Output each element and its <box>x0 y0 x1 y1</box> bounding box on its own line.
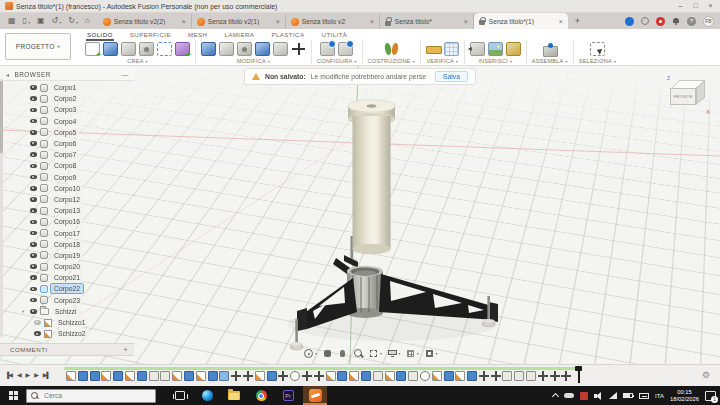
visibility-eye-icon[interactable] <box>30 231 37 236</box>
collapse-panel-icon[interactable]: ◄ <box>5 72 10 78</box>
minimize-panel-icon[interactable]: — <box>122 71 130 78</box>
shell-icon[interactable] <box>237 42 252 56</box>
help-icon[interactable]: ? <box>687 17 696 26</box>
extrude-icon[interactable] <box>103 42 118 56</box>
skip-end-icon[interactable]: ▶▌ <box>43 371 50 378</box>
timeline-feature-doc[interactable] <box>514 371 524 381</box>
ribbon-group-label[interactable]: CONFIGURA▾ <box>317 58 357 64</box>
volume-icon[interactable] <box>594 392 603 399</box>
new-tab-button[interactable]: + <box>575 16 580 26</box>
timeline-feature-move[interactable] <box>561 371 571 381</box>
viewcube-front-face[interactable]: FRONTE <box>670 88 696 105</box>
language-indicator[interactable]: ITA <box>655 393 664 399</box>
view-cube[interactable]: Z FRONTE X <box>667 75 713 119</box>
timeline-feature-sketch[interactable] <box>455 371 465 381</box>
taskbar-app-task-view[interactable] <box>168 386 192 405</box>
save-icon[interactable]: ▣ <box>37 14 45 28</box>
display-settings-icon[interactable]: ▾ <box>387 348 401 359</box>
network-icon[interactable] <box>609 392 617 399</box>
minimize-button[interactable]: – <box>673 0 688 12</box>
start-button[interactable] <box>0 386 26 405</box>
timeline-feature-doc[interactable] <box>373 371 383 381</box>
visibility-eye-icon[interactable] <box>30 264 37 269</box>
browser-item-corpo1[interactable]: Corpo1 <box>0 82 134 93</box>
timeline-feature-move[interactable] <box>302 371 312 381</box>
move-icon[interactable] <box>291 42 306 56</box>
canvas-icon[interactable] <box>488 42 503 56</box>
browser-item-corpo23[interactable]: Corpo23 <box>0 295 134 306</box>
battery-icon[interactable] <box>623 393 633 398</box>
add-comment-button[interactable]: + <box>123 345 134 354</box>
browser-item-corpo16[interactable]: Corpo16 <box>0 216 134 227</box>
visibility-eye-icon[interactable] <box>30 85 37 90</box>
ribbon-group-label[interactable]: CREA▾ <box>127 58 148 64</box>
orbit-icon[interactable]: ▾ <box>303 348 317 359</box>
timeline-feature-sketch[interactable] <box>101 371 111 381</box>
browser-item-corpo22[interactable]: Corpo22 <box>0 283 134 294</box>
timeline-feature-extrude[interactable] <box>137 371 147 381</box>
timeline-feature-extrude[interactable] <box>90 371 100 381</box>
visibility-eye-icon[interactable] <box>30 242 37 247</box>
tab-close-icon[interactable]: × <box>370 18 374 25</box>
timeline-feature-extrude[interactable] <box>113 371 123 381</box>
timeline-feature-doc[interactable] <box>160 371 170 381</box>
insert-mesh-icon[interactable] <box>506 42 521 56</box>
visibility-eye-icon[interactable] <box>30 108 37 113</box>
visibility-eye-icon[interactable] <box>34 331 41 336</box>
browser-item-corpo18[interactable]: Corpo18 <box>0 239 134 250</box>
browser-item-corpo9[interactable]: Corpo9 <box>0 172 134 183</box>
timeline-feature-move[interactable] <box>491 371 501 381</box>
timeline-feature-move[interactable] <box>314 371 324 381</box>
ribbon-group-label[interactable]: VERIFICA▾ <box>426 58 458 64</box>
visibility-eye-icon[interactable] <box>30 164 37 169</box>
tab-close-icon[interactable]: × <box>276 18 280 25</box>
timeline-feature-move[interactable] <box>479 371 489 381</box>
offset-face-icon[interactable] <box>273 42 288 56</box>
visibility-eye-icon[interactable] <box>30 287 37 292</box>
visibility-eye-icon[interactable] <box>34 320 41 325</box>
select-icon[interactable] <box>590 42 605 56</box>
taskbar-app-premiere[interactable]: Pr <box>276 386 300 405</box>
taskbar-app-file-explorer[interactable] <box>222 386 246 405</box>
play-icon[interactable]: ▶ <box>26 371 30 378</box>
visibility-eye-icon[interactable] <box>30 141 37 146</box>
timeline-feature-sketch[interactable] <box>196 371 206 381</box>
timeline-feature-move[interactable] <box>231 371 241 381</box>
browser-item-corpo19[interactable]: Corpo19 <box>0 250 134 261</box>
visibility-eye-icon[interactable] <box>30 186 37 191</box>
browser-scrollbar[interactable] <box>0 79 3 337</box>
tray-expand-chevron-icon[interactable] <box>552 393 559 400</box>
fillet-icon[interactable] <box>219 42 234 56</box>
press-pull-icon[interactable] <box>201 42 216 56</box>
document-tab[interactable]: Senza titolo*(1)× <box>474 13 568 29</box>
joint-icon[interactable] <box>542 42 557 56</box>
browser-item-corpo3[interactable]: Corpo3 <box>0 104 134 115</box>
visibility-eye-icon[interactable] <box>30 275 37 280</box>
browser-item-corpo7[interactable]: Corpo7 <box>0 149 134 160</box>
configure-icon[interactable] <box>320 42 335 56</box>
revolve-icon[interactable] <box>121 42 136 56</box>
avatar[interactable]: FB <box>703 16 714 27</box>
timeline-feature-extrude[interactable] <box>208 371 218 381</box>
maximize-button[interactable]: □ <box>688 0 703 12</box>
timeline-feature-circle[interactable] <box>290 371 300 381</box>
timeline-feature-sketch[interactable] <box>326 371 336 381</box>
grid-snap-icon[interactable]: ▾ <box>405 348 419 359</box>
construction-plane-icon[interactable] <box>384 42 399 56</box>
combine-icon[interactable] <box>255 42 270 56</box>
ribbon-group-label[interactable]: SELEZIONA▾ <box>579 58 616 64</box>
timeline-feature-move[interactable] <box>243 371 253 381</box>
visibility-eye-icon[interactable] <box>30 96 37 101</box>
history-icon[interactable] <box>641 17 649 25</box>
step-forward-icon[interactable]: ▶ <box>34 371 38 378</box>
ribbon-group-label[interactable]: COSTRUZIONE▾ <box>368 58 415 64</box>
visibility-eye-icon[interactable] <box>30 220 37 225</box>
step-back-icon[interactable]: ◀ <box>17 371 21 378</box>
undo-icon[interactable]: ↺▾ <box>52 14 62 28</box>
timeline-feature-move[interactable] <box>538 371 548 381</box>
visibility-eye-icon[interactable] <box>30 253 37 258</box>
ribbon-group-label[interactable]: ASSEMBLA▾ <box>532 58 568 64</box>
status-red-icon[interactable] <box>580 392 588 400</box>
viewport-3d[interactable]: Non salvato: Le modifiche potrebbero and… <box>0 66 720 364</box>
timeline-feature-extrude[interactable] <box>396 371 406 381</box>
